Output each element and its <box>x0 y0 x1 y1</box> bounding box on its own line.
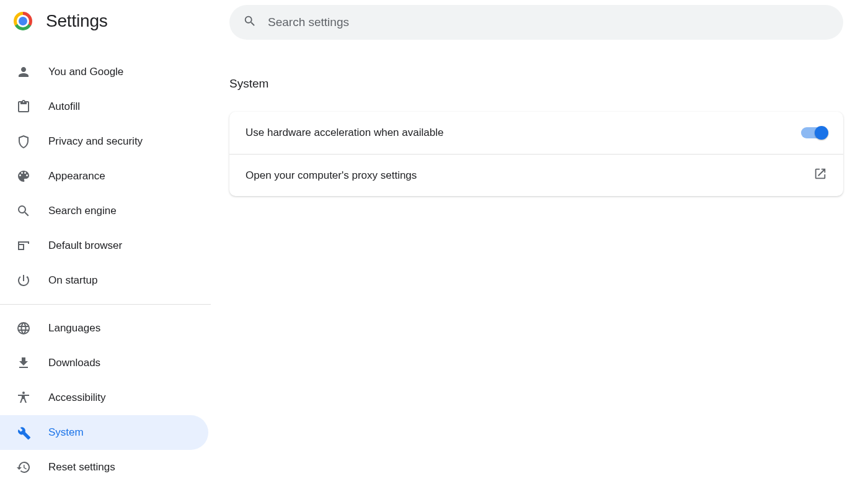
search-settings-bar[interactable] <box>229 5 843 40</box>
sidebar-item-languages[interactable]: Languages <box>0 311 208 346</box>
search-icon <box>16 204 31 218</box>
history-icon <box>16 460 31 475</box>
sidebar-item-label: Reset settings <box>48 461 115 473</box>
sidebar-item-system[interactable]: System <box>0 415 208 450</box>
sidebar-item-accessibility[interactable]: Accessibility <box>0 380 208 415</box>
sidebar-item-label: Downloads <box>48 357 100 369</box>
app-title: Settings <box>46 11 108 31</box>
sidebar-item-search-engine[interactable]: Search engine <box>0 194 208 228</box>
hardware-acceleration-row[interactable]: Use hardware acceleration when available <box>229 112 843 154</box>
search-icon <box>243 14 257 30</box>
sidebar-item-downloads[interactable]: Downloads <box>0 346 208 380</box>
section-title: System <box>229 77 843 91</box>
person-icon <box>16 65 31 79</box>
sidebar-item-appearance[interactable]: Appearance <box>0 159 208 194</box>
sidebar-nav: You and Google Autofill Privacy and secu… <box>0 55 211 485</box>
proxy-settings-row[interactable]: Open your computer's proxy settings <box>229 154 843 196</box>
sidebar-item-label: Search engine <box>48 205 117 217</box>
browser-icon <box>16 238 31 253</box>
sidebar-item-label: Appearance <box>48 170 105 182</box>
brand-header: Settings <box>0 9 211 36</box>
chrome-logo-icon <box>14 12 32 30</box>
sidebar-item-default-browser[interactable]: Default browser <box>0 228 208 263</box>
sidebar-item-label: System <box>48 426 84 439</box>
sidebar-item-on-startup[interactable]: On startup <box>0 263 208 298</box>
sidebar-item-label: Languages <box>48 322 100 334</box>
sidebar-item-label: Default browser <box>48 240 122 252</box>
open-external-icon <box>813 167 827 184</box>
globe-icon <box>16 321 31 336</box>
download-icon <box>16 356 31 370</box>
search-settings-input[interactable] <box>268 16 830 29</box>
sidebar-item-label: You and Google <box>48 66 123 78</box>
sidebar-item-reset[interactable]: Reset settings <box>0 450 208 485</box>
sidebar-item-autofill[interactable]: Autofill <box>0 89 208 124</box>
wrench-icon <box>16 425 31 440</box>
sidebar-item-label: Autofill <box>48 101 80 113</box>
nav-divider <box>0 304 211 305</box>
clipboard-icon <box>16 99 31 114</box>
sidebar-item-privacy[interactable]: Privacy and security <box>0 124 208 159</box>
hardware-acceleration-label: Use hardware acceleration when available <box>246 127 443 139</box>
accessibility-icon <box>16 390 31 405</box>
power-icon <box>16 273 31 288</box>
system-settings-card: Use hardware acceleration when available… <box>229 112 843 196</box>
sidebar-item-label: Privacy and security <box>48 135 143 148</box>
hardware-acceleration-toggle[interactable] <box>801 125 827 140</box>
sidebar-item-label: Accessibility <box>48 392 106 404</box>
palette-icon <box>16 169 31 184</box>
shield-icon <box>16 134 31 149</box>
proxy-settings-label: Open your computer's proxy settings <box>246 169 417 182</box>
sidebar-item-you-and-google[interactable]: You and Google <box>0 55 208 89</box>
sidebar-item-label: On startup <box>48 274 97 287</box>
